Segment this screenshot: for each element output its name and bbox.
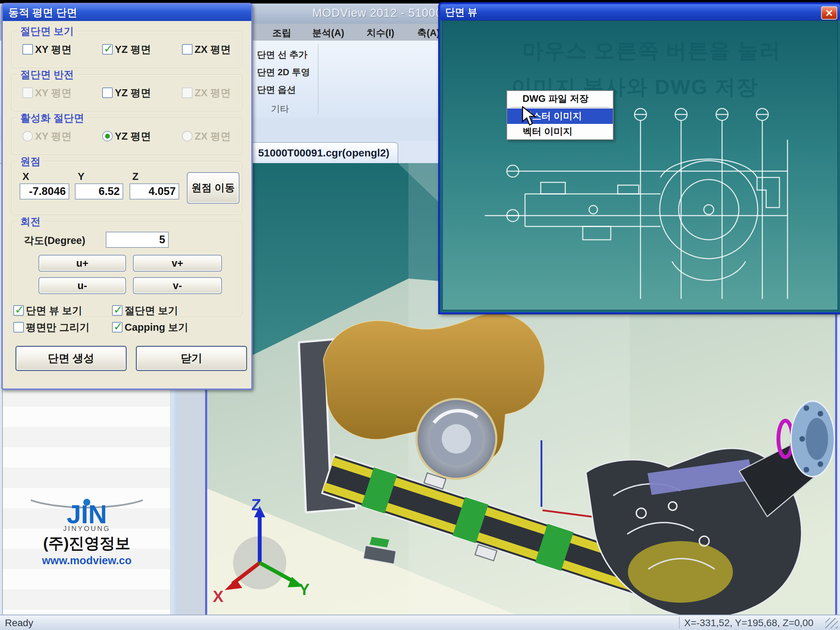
status-ready: Ready [5,617,33,628]
status-separator [679,617,680,628]
axis-x-label: X [213,587,224,605]
axis-y-label: Y [299,580,310,598]
radio-active-xy [22,131,33,141]
group-active-plane: 활성화 절단면 XY 평면 YZ 평면 ZX 평면 [11,118,242,155]
main-window-title: MODView 2012 - 51000T0 [312,6,456,20]
origin-z-field[interactable] [129,183,179,199]
checkbox-section-view-show[interactable] [13,305,24,316]
mouse-cursor-icon [522,106,538,126]
checkbox-plane-only[interactable] [13,322,24,333]
vendor-logo: JIN JINYOUNG (주)진영정보 www.modview.co [17,487,157,567]
checkbox-invert-xy [22,87,33,98]
section-window-titlebar[interactable]: 단면 뷰 [440,4,840,20]
group-rotation: 회전 각도(Degree) u+ v+ u- v- [11,221,242,316]
checkbox-capping-show[interactable] [112,322,123,333]
menu-analysis[interactable]: 분석(A) [312,27,344,39]
checkbox-view-xy[interactable] [22,44,33,55]
section-window-title: 단면 뷰 [445,6,477,19]
ribbon-group-caption: 기타 [242,103,318,115]
menu-item-vector-image[interactable]: 벡터 이미지 [507,124,613,139]
group-section-view: 절단면 보기 XY 평면 YZ 평면 ZX 평면 [11,31,242,68]
company-name: (주)진영정보 [17,533,157,554]
rotate-u-plus-button[interactable]: u+ [38,255,126,272]
checkbox-invert-zx [182,87,193,98]
create-section-button[interactable]: 단면 생성 [16,346,127,371]
origin-x-field[interactable] [20,183,69,199]
menu-axis[interactable]: 축(A) [417,27,440,39]
close-dialog-button[interactable]: 닫기 [136,346,247,371]
dialog-title: 동적 평면 단면 [8,6,77,20]
checkbox-view-zx[interactable] [182,44,193,55]
dialog-client: 절단면 보기 XY 평면 YZ 평면 ZX 평면 절단면 반전 XY 평면 YZ… [3,21,251,388]
origin-y-field[interactable] [75,183,123,199]
checkbox-invert-yz[interactable] [102,87,113,98]
dynamic-plane-section-dialog: 동적 평면 단면 절단면 보기 XY 평면 YZ 평면 ZX 평면 절단면 반전… [2,3,253,390]
rotate-v-minus-button[interactable]: v- [133,277,222,294]
statusbar: Ready X=-331,52, Y=195,68, Z=0,00 [0,614,840,630]
svg-text:JINYOUNG: JINYOUNG [63,525,110,532]
checkbox-view-yz[interactable] [102,44,113,55]
rotate-v-plus-button[interactable]: v+ [133,255,222,272]
company-website: www.modview.co [17,554,157,567]
menu-item-save-dwg[interactable]: DWG 파일 저장 [507,91,613,106]
checkbox-cutplane-show[interactable] [112,305,123,316]
screen: MODView 2012 - 51000T0 조립 분석(A) 치수(I) 축(… [0,0,840,630]
status-coordinates: X=-331,52, Y=195,68, Z=0,00 [684,617,813,628]
radio-active-zx [182,131,193,141]
group-section-invert: 절단면 반전 XY 평면 YZ 평면 ZX 평면 [11,74,242,111]
close-icon[interactable] [821,6,837,20]
jin-logo-graphic: JIN JINYOUNG [17,487,157,532]
axis-z-label: Z [251,496,261,514]
radio-active-yz[interactable] [102,131,113,141]
document-tab[interactable]: 51000T00091.cgr(opengl2) [249,142,398,163]
menu-dimension[interactable]: 치수(I) [366,27,394,39]
menu-assembly[interactable]: 조립 [272,27,291,39]
ribbon-separator [318,44,319,114]
origin-move-button[interactable]: 원점 이동 [187,172,239,204]
dialog-titlebar[interactable]: 동적 평면 단면 [3,4,251,21]
section-wireframe-drawing [443,21,838,310]
section-view-window: 단면 뷰 마우스 오른쪽 버튼을 눌러 이미지 복사와 DWG 저장 [439,3,840,314]
rotation-angle-field[interactable] [106,232,169,248]
resize-grip[interactable] [825,618,838,628]
section-view-canvas[interactable]: 마우스 오른쪽 버튼을 눌러 이미지 복사와 DWG 저장 [442,20,838,310]
rotate-u-minus-button[interactable]: u- [38,277,126,294]
group-origin: 원점 X Y Z 원점 이동 [11,161,242,215]
